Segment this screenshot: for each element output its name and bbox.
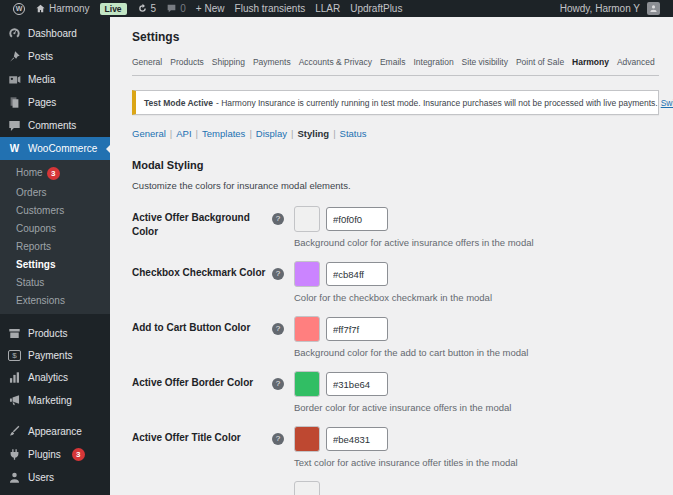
sidebar-item-comments[interactable]: Comments — [0, 114, 110, 137]
setting-control: Background color for active insurance of… — [294, 206, 534, 248]
analytics-chart-icon — [8, 371, 21, 384]
sidebar-item-marketing[interactable]: Marketing — [0, 389, 110, 412]
setting-label: Active Offer Background Color — [132, 206, 272, 238]
submenu-item-settings[interactable]: Settings — [0, 255, 110, 273]
sidebar-item-posts[interactable]: Posts — [0, 45, 110, 68]
pushpin-icon — [8, 50, 21, 63]
color-value-input[interactable] — [326, 207, 388, 231]
megaphone-icon — [8, 394, 21, 407]
home-badge: 3 — [47, 167, 60, 180]
tab-accounts-privacy[interactable]: Accounts & Privacy — [299, 57, 372, 67]
subnav-general[interactable]: General — [132, 128, 166, 139]
help-icon[interactable]: ? — [272, 323, 284, 335]
tab-general[interactable]: General — [132, 57, 162, 67]
color-value-input[interactable] — [326, 427, 388, 451]
setting-row-add-to-cart-button: Add to Cart Button Color ? Background co… — [132, 316, 659, 358]
help-icon[interactable]: ? — [272, 433, 284, 445]
sidebar-item-payments[interactable]: $ Payments — [0, 345, 110, 366]
subnav-api[interactable]: API — [176, 128, 191, 139]
setting-description: Text color for active insurance offer ti… — [294, 457, 518, 468]
tab-payments[interactable]: Payments — [253, 57, 291, 67]
help-icon[interactable]: ? — [272, 268, 284, 280]
submenu-item-home[interactable]: Home3 — [0, 163, 110, 183]
subnav-status[interactable]: Status — [340, 128, 367, 139]
payments-icon: $ — [8, 350, 21, 361]
subnav-separator: | — [170, 128, 172, 139]
new-content-link[interactable]: + New — [191, 3, 230, 14]
dashboard-icon — [8, 27, 21, 40]
llar-link[interactable]: LLAR — [310, 3, 345, 14]
flush-transients-link[interactable]: Flush transients — [230, 3, 311, 14]
sidebar-item-appearance[interactable]: Appearance — [0, 420, 110, 443]
tab-products[interactable]: Products — [170, 57, 204, 67]
plus-icon: + — [196, 3, 202, 14]
help-icon[interactable]: ? — [272, 213, 284, 225]
color-swatch[interactable] — [294, 371, 320, 397]
sidebar-item-label: Marketing — [28, 395, 72, 406]
subnav-separator: | — [291, 128, 293, 139]
updraftplus-label: UpdraftPlus — [350, 3, 402, 14]
tab-site-visibility[interactable]: Site visibility — [462, 57, 508, 67]
users-icon — [8, 471, 21, 484]
sidebar-item-analytics[interactable]: Analytics — [0, 366, 110, 389]
harmony-subnav: General|API|Templates|Display|Styling|St… — [132, 128, 659, 139]
setting-label: Add to Cart Button Color — [132, 316, 272, 335]
sidebar-item-pages[interactable]: Pages — [0, 91, 110, 114]
sidebar-item-limit-login-attempts[interactable]: Limit Login Attempts — [0, 489, 110, 495]
sidebar-item-dashboard[interactable]: Dashboard — [0, 22, 110, 45]
wordpress-menu[interactable]: W — [8, 3, 30, 15]
sidebar-item-users[interactable]: Users — [0, 466, 110, 489]
tab-harmony[interactable]: Harmony — [572, 57, 609, 67]
tab-integration[interactable]: Integration — [413, 57, 453, 67]
notice-title: Test Mode Active — [144, 98, 213, 108]
paintbrush-icon — [8, 425, 21, 438]
color-swatch[interactable] — [294, 426, 320, 452]
next-row-color-swatch-partial[interactable] — [294, 481, 320, 495]
comments-link[interactable]: 0 — [161, 3, 191, 14]
tab-shipping[interactable]: Shipping — [212, 57, 245, 67]
updates-link[interactable]: 5 — [132, 3, 162, 14]
sidebar-item-plugins[interactable]: Plugins 3 — [0, 443, 110, 466]
page-title: Settings — [132, 30, 659, 44]
howdy-label: Howdy, Harmon Y — [560, 3, 640, 14]
media-icon — [8, 73, 21, 86]
submenu-label: Home — [16, 167, 43, 178]
subnav-styling[interactable]: Styling — [297, 128, 329, 139]
setting-row-active-offer-title: Active Offer Title Color ? Text color fo… — [132, 426, 659, 468]
color-swatch[interactable] — [294, 261, 320, 287]
color-value-input[interactable] — [326, 317, 388, 341]
submenu-item-coupons[interactable]: Coupons — [0, 219, 110, 237]
woocommerce-icon: W — [8, 142, 21, 155]
color-value-input[interactable] — [326, 262, 388, 286]
subnav-templates[interactable]: Templates — [202, 128, 245, 139]
user-avatar-icon — [649, 4, 658, 13]
sidebar-item-woocommerce[interactable]: W WooCommerce — [0, 137, 110, 160]
flush-transients-label: Flush transients — [235, 3, 306, 14]
setting-control: Color for the checkbox checkmark in the … — [294, 261, 492, 303]
sidebar-item-products[interactable]: Products — [0, 322, 110, 345]
setting-control: Background color for the add to cart but… — [294, 316, 528, 358]
color-swatch[interactable] — [294, 206, 320, 232]
help-icon[interactable]: ? — [272, 378, 284, 390]
site-name-link[interactable]: Harmony — [30, 3, 95, 14]
submenu-item-status[interactable]: Status — [0, 273, 110, 291]
setting-label: Active Offer Title Color — [132, 426, 272, 445]
updraftplus-link[interactable]: UpdraftPlus — [345, 3, 407, 14]
switch-to-live-mode-link[interactable]: Switch to Live Mode — [661, 98, 673, 108]
submenu-item-customers[interactable]: Customers — [0, 201, 110, 219]
sidebar-item-label: Comments — [28, 120, 76, 131]
submenu-item-reports[interactable]: Reports — [0, 237, 110, 255]
main-content: Settings General Products Shipping Payme… — [110, 17, 673, 495]
tab-advanced[interactable]: Advanced — [617, 57, 655, 67]
tab-emails[interactable]: Emails — [380, 57, 406, 67]
color-value-input[interactable] — [326, 372, 388, 396]
submenu-item-extensions[interactable]: Extensions — [0, 291, 110, 309]
submenu-item-orders[interactable]: Orders — [0, 183, 110, 201]
tab-point-of-sale[interactable]: Point of Sale — [516, 57, 564, 67]
setting-description: Border color for active insurance offers… — [294, 402, 511, 413]
account-menu[interactable]: Howdy, Harmon Y — [555, 2, 665, 15]
sidebar-item-media[interactable]: Media — [0, 68, 110, 91]
setting-control: Text color for active insurance offer ti… — [294, 426, 518, 468]
color-swatch[interactable] — [294, 316, 320, 342]
subnav-display[interactable]: Display — [256, 128, 287, 139]
